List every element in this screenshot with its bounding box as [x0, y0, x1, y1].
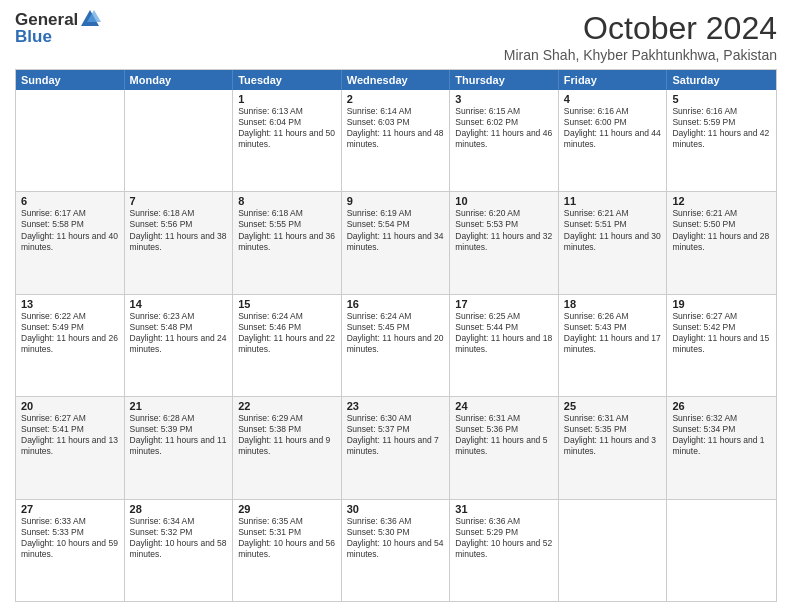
- day-number: 15: [238, 298, 336, 310]
- daylight: Daylight: 11 hours and 32 minutes.: [455, 231, 553, 253]
- daylight: Daylight: 11 hours and 18 minutes.: [455, 333, 553, 355]
- sunrise: Sunrise: 6:31 AM: [455, 413, 553, 424]
- sunset: Sunset: 5:50 PM: [672, 219, 771, 230]
- calendar-cell: 31 Sunrise: 6:36 AM Sunset: 5:29 PM Dayl…: [450, 500, 559, 601]
- calendar-header-cell: Monday: [125, 70, 234, 90]
- sunrise: Sunrise: 6:27 AM: [21, 413, 119, 424]
- daylight: Daylight: 11 hours and 38 minutes.: [130, 231, 228, 253]
- sunset: Sunset: 5:59 PM: [672, 117, 771, 128]
- sunset: Sunset: 5:58 PM: [21, 219, 119, 230]
- daylight: Daylight: 11 hours and 36 minutes.: [238, 231, 336, 253]
- calendar-cell: 24 Sunrise: 6:31 AM Sunset: 5:36 PM Dayl…: [450, 397, 559, 498]
- calendar-row: 6 Sunrise: 6:17 AM Sunset: 5:58 PM Dayli…: [16, 191, 776, 293]
- sunrise: Sunrise: 6:16 AM: [564, 106, 662, 117]
- day-number: 14: [130, 298, 228, 310]
- calendar-row: 1 Sunrise: 6:13 AM Sunset: 6:04 PM Dayli…: [16, 90, 776, 191]
- sunset: Sunset: 5:33 PM: [21, 527, 119, 538]
- daylight: Daylight: 11 hours and 46 minutes.: [455, 128, 553, 150]
- sunrise: Sunrise: 6:18 AM: [238, 208, 336, 219]
- calendar-cell: 13 Sunrise: 6:22 AM Sunset: 5:49 PM Dayl…: [16, 295, 125, 396]
- day-number: 11: [564, 195, 662, 207]
- calendar-cell: 15 Sunrise: 6:24 AM Sunset: 5:46 PM Dayl…: [233, 295, 342, 396]
- sunrise: Sunrise: 6:21 AM: [564, 208, 662, 219]
- day-number: 4: [564, 93, 662, 105]
- sunrise: Sunrise: 6:26 AM: [564, 311, 662, 322]
- sunset: Sunset: 5:29 PM: [455, 527, 553, 538]
- calendar-cell: 19 Sunrise: 6:27 AM Sunset: 5:42 PM Dayl…: [667, 295, 776, 396]
- day-number: 6: [21, 195, 119, 207]
- daylight: Daylight: 10 hours and 56 minutes.: [238, 538, 336, 560]
- calendar-cell: 4 Sunrise: 6:16 AM Sunset: 6:00 PM Dayli…: [559, 90, 668, 191]
- calendar-cell: [125, 90, 234, 191]
- daylight: Daylight: 11 hours and 30 minutes.: [564, 231, 662, 253]
- logo-icon: [79, 8, 101, 30]
- day-number: 20: [21, 400, 119, 412]
- calendar-header: SundayMondayTuesdayWednesdayThursdayFrid…: [16, 70, 776, 90]
- sunrise: Sunrise: 6:31 AM: [564, 413, 662, 424]
- sunrise: Sunrise: 6:35 AM: [238, 516, 336, 527]
- day-number: 1: [238, 93, 336, 105]
- day-number: 5: [672, 93, 771, 105]
- page: General Blue October 2024 Miran Shah, Kh…: [0, 0, 792, 612]
- sunset: Sunset: 5:56 PM: [130, 219, 228, 230]
- logo-blue: Blue: [15, 27, 101, 47]
- sunrise: Sunrise: 6:13 AM: [238, 106, 336, 117]
- day-number: 19: [672, 298, 771, 310]
- calendar-cell: 26 Sunrise: 6:32 AM Sunset: 5:34 PM Dayl…: [667, 397, 776, 498]
- calendar-cell: 16 Sunrise: 6:24 AM Sunset: 5:45 PM Dayl…: [342, 295, 451, 396]
- sunrise: Sunrise: 6:15 AM: [455, 106, 553, 117]
- calendar-header-cell: Friday: [559, 70, 668, 90]
- calendar-row: 13 Sunrise: 6:22 AM Sunset: 5:49 PM Dayl…: [16, 294, 776, 396]
- calendar-cell: 3 Sunrise: 6:15 AM Sunset: 6:02 PM Dayli…: [450, 90, 559, 191]
- daylight: Daylight: 11 hours and 17 minutes.: [564, 333, 662, 355]
- sunset: Sunset: 6:02 PM: [455, 117, 553, 128]
- sunrise: Sunrise: 6:32 AM: [672, 413, 771, 424]
- header: General Blue October 2024 Miran Shah, Kh…: [15, 10, 777, 63]
- day-number: 9: [347, 195, 445, 207]
- daylight: Daylight: 11 hours and 11 minutes.: [130, 435, 228, 457]
- calendar-cell: 17 Sunrise: 6:25 AM Sunset: 5:44 PM Dayl…: [450, 295, 559, 396]
- daylight: Daylight: 11 hours and 34 minutes.: [347, 231, 445, 253]
- day-number: 3: [455, 93, 553, 105]
- sunrise: Sunrise: 6:17 AM: [21, 208, 119, 219]
- calendar-cell: 30 Sunrise: 6:36 AM Sunset: 5:30 PM Dayl…: [342, 500, 451, 601]
- daylight: Daylight: 11 hours and 20 minutes.: [347, 333, 445, 355]
- sunset: Sunset: 6:00 PM: [564, 117, 662, 128]
- sunset: Sunset: 5:46 PM: [238, 322, 336, 333]
- sunrise: Sunrise: 6:33 AM: [21, 516, 119, 527]
- sunset: Sunset: 5:44 PM: [455, 322, 553, 333]
- calendar-header-cell: Wednesday: [342, 70, 451, 90]
- sunrise: Sunrise: 6:23 AM: [130, 311, 228, 322]
- calendar: SundayMondayTuesdayWednesdayThursdayFrid…: [15, 69, 777, 602]
- day-number: 27: [21, 503, 119, 515]
- calendar-cell: 28 Sunrise: 6:34 AM Sunset: 5:32 PM Dayl…: [125, 500, 234, 601]
- sunset: Sunset: 5:31 PM: [238, 527, 336, 538]
- daylight: Daylight: 11 hours and 40 minutes.: [21, 231, 119, 253]
- calendar-cell: 27 Sunrise: 6:33 AM Sunset: 5:33 PM Dayl…: [16, 500, 125, 601]
- daylight: Daylight: 10 hours and 52 minutes.: [455, 538, 553, 560]
- calendar-cell: 22 Sunrise: 6:29 AM Sunset: 5:38 PM Dayl…: [233, 397, 342, 498]
- sunrise: Sunrise: 6:34 AM: [130, 516, 228, 527]
- calendar-body: 1 Sunrise: 6:13 AM Sunset: 6:04 PM Dayli…: [16, 90, 776, 601]
- sunrise: Sunrise: 6:27 AM: [672, 311, 771, 322]
- calendar-header-cell: Sunday: [16, 70, 125, 90]
- sunset: Sunset: 5:54 PM: [347, 219, 445, 230]
- calendar-cell: 10 Sunrise: 6:20 AM Sunset: 5:53 PM Dayl…: [450, 192, 559, 293]
- calendar-cell: 29 Sunrise: 6:35 AM Sunset: 5:31 PM Dayl…: [233, 500, 342, 601]
- sunrise: Sunrise: 6:22 AM: [21, 311, 119, 322]
- sunrise: Sunrise: 6:25 AM: [455, 311, 553, 322]
- title-area: October 2024 Miran Shah, Khyber Pakhtunk…: [504, 10, 777, 63]
- sunrise: Sunrise: 6:24 AM: [347, 311, 445, 322]
- sunrise: Sunrise: 6:36 AM: [347, 516, 445, 527]
- sunrise: Sunrise: 6:20 AM: [455, 208, 553, 219]
- day-number: 7: [130, 195, 228, 207]
- calendar-cell: 12 Sunrise: 6:21 AM Sunset: 5:50 PM Dayl…: [667, 192, 776, 293]
- sunset: Sunset: 6:03 PM: [347, 117, 445, 128]
- day-number: 26: [672, 400, 771, 412]
- day-number: 28: [130, 503, 228, 515]
- calendar-row: 27 Sunrise: 6:33 AM Sunset: 5:33 PM Dayl…: [16, 499, 776, 601]
- sunset: Sunset: 5:34 PM: [672, 424, 771, 435]
- subtitle: Miran Shah, Khyber Pakhtunkhwa, Pakistan: [504, 47, 777, 63]
- sunset: Sunset: 5:55 PM: [238, 219, 336, 230]
- sunset: Sunset: 5:36 PM: [455, 424, 553, 435]
